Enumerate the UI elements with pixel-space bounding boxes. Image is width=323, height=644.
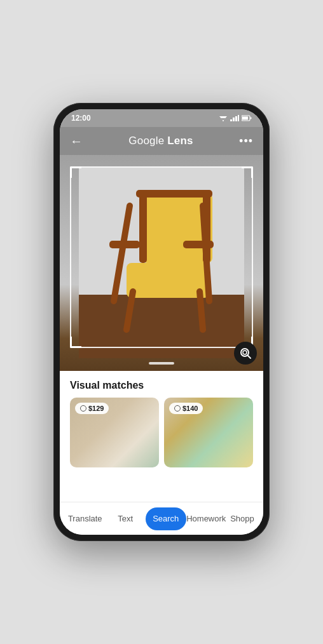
back-button[interactable]: ←: [70, 134, 83, 149]
tab-homework[interactable]: Homework: [186, 507, 227, 530]
status-bar: 12:00: [60, 109, 263, 127]
image-area: [60, 155, 263, 371]
match-card[interactable]: $140: [164, 398, 253, 467]
price-icon-2: [174, 405, 181, 412]
visual-matches-title: Visual matches: [60, 371, 263, 398]
tab-translate[interactable]: Translate: [65, 507, 106, 530]
svg-rect-11: [79, 295, 244, 358]
tab-shopping[interactable]: Shopp: [226, 507, 258, 530]
svg-rect-8: [242, 117, 248, 120]
svg-point-2: [223, 120, 224, 121]
svg-rect-20: [139, 190, 147, 263]
svg-rect-21: [203, 190, 210, 263]
price-badge-1: $129: [75, 403, 109, 414]
svg-rect-6: [238, 115, 239, 121]
svg-rect-18: [109, 241, 140, 248]
drag-handle: [149, 362, 174, 365]
status-icons: [219, 115, 252, 121]
matches-grid: $129 $140: [60, 398, 263, 475]
tab-search[interactable]: Search: [146, 507, 186, 530]
more-menu-button[interactable]: •••: [239, 135, 253, 148]
signal-icon: [230, 115, 239, 121]
svg-line-17: [200, 292, 203, 330]
match-card[interactable]: $129: [70, 398, 159, 467]
top-bar: ← Google Lens •••: [60, 127, 263, 155]
phone-frame: 12:00: [53, 103, 270, 541]
chair-svg: [79, 168, 244, 358]
content-area: Visual matches $129 $140: [60, 371, 263, 502]
svg-point-25: [243, 351, 247, 354]
svg-rect-22: [136, 190, 212, 198]
battery-icon: [242, 115, 252, 121]
svg-rect-4: [233, 117, 235, 121]
svg-point-23: [241, 349, 249, 356]
price-badge-2: $140: [169, 403, 203, 414]
app-title: Google Lens: [128, 135, 193, 147]
svg-rect-9: [251, 117, 252, 119]
wifi-icon: [219, 115, 228, 121]
camera-view: [60, 155, 263, 371]
svg-rect-5: [235, 116, 237, 121]
price-icon-1: [80, 405, 86, 412]
chair-illustration: [60, 155, 263, 371]
phone-screen: 12:00: [60, 109, 263, 535]
lens-icon: [239, 347, 252, 359]
svg-line-24: [248, 356, 251, 358]
svg-rect-3: [230, 119, 232, 121]
lens-search-button[interactable]: [234, 342, 257, 365]
tab-text[interactable]: Text: [106, 507, 146, 530]
tab-bar: Translate Text Search Homework Shopp: [60, 502, 263, 535]
status-time: 12:00: [71, 114, 91, 123]
